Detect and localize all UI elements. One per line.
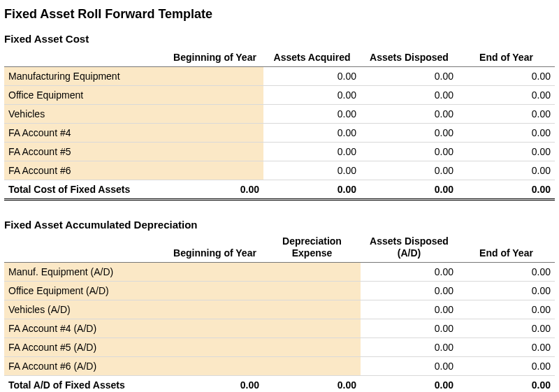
- table-row: Office Equipment (A/D) 0.00 0.00: [4, 281, 555, 300]
- cost-row-label[interactable]: Manufacturing Equipment: [4, 67, 166, 86]
- table-row: FA Account #4 (A/D) 0.00 0.00: [4, 319, 555, 337]
- ad-cell-beg[interactable]: [166, 319, 263, 337]
- cost-cell-disp: 0.00: [361, 124, 458, 143]
- ad-row-label[interactable]: FA Account #5 (A/D): [4, 337, 166, 356]
- ad-header-dep: Depreciation Expense: [263, 233, 361, 262]
- cost-total-end: 0.00: [458, 180, 555, 200]
- ad-header-beg: Beginning of Year: [166, 233, 263, 262]
- table-row: Vehicles 0.00 0.00 0.00: [4, 105, 555, 124]
- ad-cell-beg[interactable]: [166, 356, 263, 375]
- ad-total-label: Total A/D of Fixed Assets: [4, 375, 166, 392]
- ad-cell-dep[interactable]: [263, 319, 361, 337]
- cost-row-label[interactable]: FA Account #4: [4, 124, 166, 143]
- ad-cell-beg[interactable]: [166, 281, 263, 300]
- ad-row-label[interactable]: Vehicles (A/D): [4, 300, 166, 319]
- cost-cell-beg[interactable]: [166, 124, 263, 143]
- ad-table: Beginning of Year Depreciation Expense A…: [4, 233, 555, 392]
- ad-row-label[interactable]: FA Account #4 (A/D): [4, 319, 166, 337]
- ad-cell-end: 0.00: [458, 262, 555, 281]
- ad-cell-disp: 0.00: [361, 356, 458, 375]
- cost-section-heading: Fixed Asset Cost: [4, 33, 555, 45]
- cost-header-end: End of Year: [458, 48, 555, 67]
- ad-total-disp: 0.00: [361, 375, 458, 392]
- cost-cell-disp: 0.00: [361, 143, 458, 161]
- ad-cell-beg[interactable]: [166, 262, 263, 281]
- cost-cell-acq: 0.00: [263, 161, 361, 180]
- cost-row-label[interactable]: Office Equipment: [4, 86, 166, 105]
- table-row: FA Account #4 0.00 0.00 0.00: [4, 124, 555, 143]
- ad-cell-disp: 0.00: [361, 300, 458, 319]
- ad-total-end: 0.00: [458, 375, 555, 392]
- ad-cell-dep[interactable]: [263, 356, 361, 375]
- table-row: FA Account #6 0.00 0.00 0.00: [4, 161, 555, 180]
- cost-header-acq: Assets Acquired: [263, 48, 361, 67]
- cost-cell-disp: 0.00: [361, 161, 458, 180]
- cost-cell-beg[interactable]: [166, 161, 263, 180]
- table-row: Vehicles (A/D) 0.00 0.00: [4, 300, 555, 319]
- ad-header-label: [4, 233, 166, 262]
- cost-cell-end: 0.00: [458, 105, 555, 124]
- cost-cell-acq: 0.00: [263, 124, 361, 143]
- ad-cell-dep[interactable]: [263, 300, 361, 319]
- ad-cell-end: 0.00: [458, 356, 555, 375]
- ad-cell-beg[interactable]: [166, 337, 263, 356]
- ad-cell-dep[interactable]: [263, 281, 361, 300]
- ad-header-end: End of Year: [458, 233, 555, 262]
- cost-cell-disp: 0.00: [361, 86, 458, 105]
- ad-cell-end: 0.00: [458, 319, 555, 337]
- ad-cell-disp: 0.00: [361, 319, 458, 337]
- cost-cell-end: 0.00: [458, 86, 555, 105]
- ad-cell-disp: 0.00: [361, 281, 458, 300]
- cost-cell-disp: 0.00: [361, 105, 458, 124]
- cost-table: Beginning of Year Assets Acquired Assets…: [4, 48, 555, 201]
- ad-total-beg: 0.00: [166, 375, 263, 392]
- cost-cell-beg[interactable]: [166, 143, 263, 161]
- cost-cell-acq: 0.00: [263, 105, 361, 124]
- ad-cell-disp: 0.00: [361, 337, 458, 356]
- cost-cell-acq: 0.00: [263, 86, 361, 105]
- ad-cell-disp: 0.00: [361, 262, 458, 281]
- cost-cell-end: 0.00: [458, 124, 555, 143]
- ad-header-disp: Assets Disposed (A/D): [361, 233, 458, 262]
- cost-cell-end: 0.00: [458, 67, 555, 86]
- ad-cell-end: 0.00: [458, 337, 555, 356]
- ad-section-heading: Fixed Asset Accumulated Depreciation: [4, 219, 555, 231]
- cost-cell-beg[interactable]: [166, 105, 263, 124]
- cost-header-label: [4, 48, 166, 67]
- table-row: FA Account #6 (A/D) 0.00 0.00: [4, 356, 555, 375]
- ad-total-dep: 0.00: [263, 375, 361, 392]
- cost-row-label[interactable]: FA Account #6: [4, 161, 166, 180]
- cost-row-label[interactable]: FA Account #5: [4, 143, 166, 161]
- cost-cell-end: 0.00: [458, 143, 555, 161]
- page-title: Fixed Asset Roll Forward Template: [4, 7, 555, 22]
- cost-cell-acq: 0.00: [263, 67, 361, 86]
- ad-row-label[interactable]: FA Account #6 (A/D): [4, 356, 166, 375]
- cost-total-beg: 0.00: [166, 180, 263, 200]
- table-row: Manufacturing Equipment 0.00 0.00 0.00: [4, 67, 555, 86]
- table-row: FA Account #5 (A/D) 0.00 0.00: [4, 337, 555, 356]
- cost-total-label: Total Cost of Fixed Assets: [4, 180, 166, 200]
- ad-row-label[interactable]: Manuf. Equipment (A/D): [4, 262, 166, 281]
- cost-cell-beg[interactable]: [166, 86, 263, 105]
- ad-cell-beg[interactable]: [166, 300, 263, 319]
- cost-total-row: Total Cost of Fixed Assets 0.00 0.00 0.0…: [4, 180, 555, 200]
- cost-total-acq: 0.00: [263, 180, 361, 200]
- table-row: Manuf. Equipment (A/D) 0.00 0.00: [4, 262, 555, 281]
- cost-row-label[interactable]: Vehicles: [4, 105, 166, 124]
- cost-total-disp: 0.00: [361, 180, 458, 200]
- ad-cell-dep[interactable]: [263, 337, 361, 356]
- cost-cell-beg[interactable]: [166, 67, 263, 86]
- table-row: FA Account #5 0.00 0.00 0.00: [4, 143, 555, 161]
- cost-header-beg: Beginning of Year: [166, 48, 263, 67]
- ad-cell-end: 0.00: [458, 300, 555, 319]
- ad-total-row: Total A/D of Fixed Assets 0.00 0.00 0.00…: [4, 375, 555, 392]
- ad-cell-end: 0.00: [458, 281, 555, 300]
- cost-cell-disp: 0.00: [361, 67, 458, 86]
- cost-header-disp: Assets Disposed: [361, 48, 458, 67]
- table-row: Office Equipment 0.00 0.00 0.00: [4, 86, 555, 105]
- cost-cell-acq: 0.00: [263, 143, 361, 161]
- cost-cell-end: 0.00: [458, 161, 555, 180]
- ad-row-label[interactable]: Office Equipment (A/D): [4, 281, 166, 300]
- ad-cell-dep[interactable]: [263, 262, 361, 281]
